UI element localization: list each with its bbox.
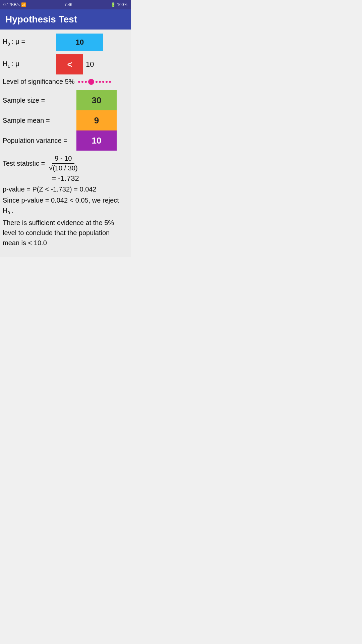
sample-size-box[interactable]: 30 (76, 90, 117, 110)
test-statistic-section: Test statistic = 9 - 10 √(10 / 30) = -1.… (3, 155, 128, 183)
sample-mean-box[interactable]: 9 (76, 110, 117, 130)
sample-mean-value: 9 (94, 115, 99, 126)
population-variance-label: Population variance = (3, 130, 76, 151)
h0-label: H0 : μ = (3, 38, 56, 47)
slider-thumb[interactable] (88, 79, 94, 85)
signal-text: 0.17KB/s (3, 2, 20, 7)
h0-subscript: 0 (7, 42, 10, 47)
slider-dots (78, 79, 128, 85)
population-variance-box[interactable]: 10 (76, 130, 117, 151)
h1-row: H1 : μ < 10 (3, 54, 128, 74)
status-bar: 0.17KB/s 📶 7:46 🔋 100% (0, 0, 131, 9)
status-left: 0.17KB/s 📶 (3, 2, 26, 7)
params-section: Sample size = 30 Sample mean = 9 Populat… (3, 90, 128, 151)
sample-mean-row: Sample mean = 9 (3, 110, 128, 130)
slider-dot-2 (81, 81, 83, 83)
sample-mean-label: Sample mean = (3, 110, 76, 130)
significance-label: Level of significance 5% (3, 78, 75, 86)
h1-operator-box[interactable]: < (56, 54, 83, 74)
population-variance-row: Population variance = 10 (3, 130, 128, 151)
sample-size-value: 30 (92, 95, 102, 106)
h0-row: H0 : μ = 10 (3, 34, 128, 51)
sample-size-label: Sample size = (3, 90, 76, 110)
page-title: Hypothesis Test (5, 14, 125, 25)
pvalue-line: p-value = P(Z < -1.732) = 0.042 (3, 185, 128, 193)
main-content: H0 : μ = 10 H1 : μ < 10 Level of signifi… (0, 30, 131, 257)
h1-subscript: 1 (7, 64, 10, 69)
test-statistic-label: Test statistic = (3, 160, 45, 167)
conclusion-1-sub: 0 (7, 210, 10, 215)
conclusion-1-end: . (10, 207, 14, 214)
significance-row: Level of significance 5% (3, 78, 128, 86)
slider-container[interactable] (78, 79, 128, 85)
fraction-numerator: 9 - 10 (52, 155, 74, 164)
slider-dot-5 (99, 81, 101, 83)
slider-dot-3 (85, 81, 87, 83)
status-right: 🔋 100% (111, 2, 127, 7)
app-header: Hypothesis Test (0, 9, 131, 30)
test-statistic-fraction: 9 - 10 √(10 / 30) (46, 155, 80, 172)
h1-value: 10 (86, 60, 94, 69)
test-statistic-result: = -1.732 (3, 174, 128, 183)
h0-value: 10 (76, 38, 84, 47)
time-display: 7:46 (64, 2, 72, 7)
conclusion-1: Since p-value = 0.042 < 0.05, we reject … (3, 195, 128, 216)
slider-dot-1 (78, 81, 80, 83)
h0-value-box[interactable]: 10 (56, 34, 103, 51)
fraction-denominator: √(10 / 30) (46, 164, 80, 172)
conclusion-2: There is sufficient evidence at the 5% l… (3, 218, 128, 248)
wifi-icon: 📶 (21, 2, 26, 7)
slider-dot-7 (106, 81, 108, 83)
battery-text: 100% (117, 2, 127, 7)
h1-label: H1 : μ (3, 60, 56, 69)
slider-dot-6 (102, 81, 104, 83)
population-variance-value: 10 (92, 136, 102, 146)
slider-dot-4 (96, 81, 98, 83)
battery-icon: 🔋 (111, 2, 116, 7)
slider-dot-8 (109, 81, 111, 83)
conclusion-1-text: Since p-value = 0.042 < 0.05, we reject … (3, 197, 119, 214)
sample-size-row: Sample size = 30 (3, 90, 128, 110)
h1-operator: < (67, 59, 72, 70)
